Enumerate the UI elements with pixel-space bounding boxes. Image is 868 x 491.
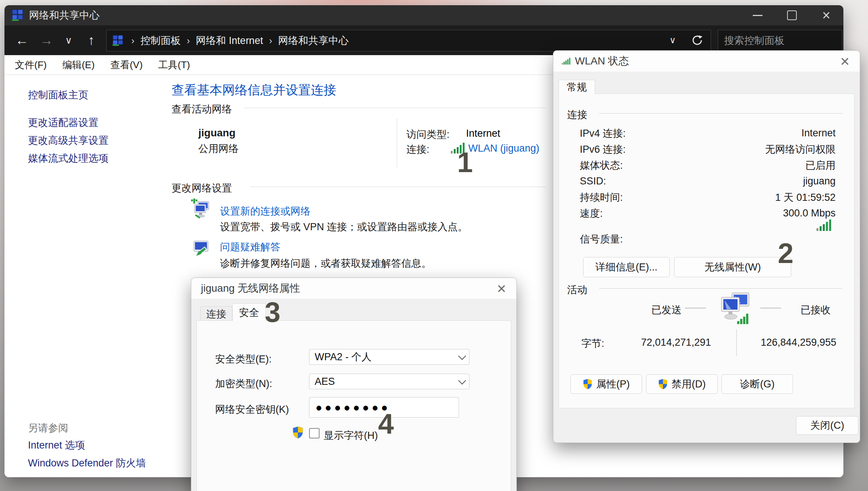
setup-new-connection-desc: 设置宽带、拨号或 VPN 连接；或设置路由器或接入点。 xyxy=(220,220,468,234)
new-connection-icon xyxy=(190,199,211,224)
close-button[interactable]: × xyxy=(809,5,843,25)
wlan-signal-mini-icon xyxy=(562,57,571,65)
encryption-type-value: AES xyxy=(315,376,335,387)
tab-general-label: 常规 xyxy=(567,80,587,94)
detail-value: Internet xyxy=(801,127,836,139)
tab-connection[interactable]: 连接 xyxy=(200,306,232,321)
properties-button-label: 属性(P) xyxy=(596,377,630,391)
menu-view[interactable]: 查看(V) xyxy=(110,58,143,72)
annotation-3: 3 xyxy=(265,298,280,326)
tab-security[interactable]: 安全 xyxy=(232,303,266,321)
signal-quality-bars-icon xyxy=(815,219,833,234)
props-dialog-title-bar: jiguang 无线网络属性 xyxy=(191,278,516,299)
change-settings-section-label: 更改网络设置 xyxy=(172,181,232,195)
annotation-2: 2 xyxy=(778,239,793,267)
active-network-type: 公用网络 xyxy=(198,142,239,155)
detail-label: IPv6 连接: xyxy=(580,143,626,156)
wlan-dialog-title-bar: WLAN 状态 xyxy=(553,51,860,72)
breadcrumb-network-icon xyxy=(112,35,124,47)
annotation-1: 1 xyxy=(457,148,473,177)
details-button-label: 详细信息(E)... xyxy=(595,260,658,274)
breadcrumb-control-panel[interactable]: 控制面板 xyxy=(141,34,181,47)
sidebar-item-control-panel-home[interactable]: 控制面板主页 xyxy=(28,88,88,102)
diagnose-button[interactable]: 诊断(G) xyxy=(721,374,793,394)
troubleshoot-icon xyxy=(192,240,210,262)
wlan-connection-link[interactable]: WLAN (jiguang) xyxy=(468,143,540,154)
bytes-sent-value: 72,014,271,291 xyxy=(619,337,711,348)
show-characters-label: 显示字符(H) xyxy=(324,429,378,442)
sidebar-item-media-streaming-options[interactable]: 媒体流式处理选项 xyxy=(28,152,108,165)
network-app-icon xyxy=(11,9,24,22)
disable-button[interactable]: 禁用(D) xyxy=(646,374,718,394)
connection-detail-rows: IPv4 连接:Internet IPv6 连接:无网络访问权限 媒体状态:已启… xyxy=(559,125,854,221)
back-button[interactable]: ← xyxy=(11,25,33,55)
minimize-icon xyxy=(753,15,762,16)
sidebar-item-windows-defender-firewall[interactable]: Windows Defender 防火墙 xyxy=(28,456,146,470)
menu-edit[interactable]: 编辑(E) xyxy=(62,58,95,72)
refresh-icon xyxy=(691,34,703,46)
security-type-label: 安全类型(E): xyxy=(215,352,272,366)
tab-general[interactable]: 常规 xyxy=(559,80,595,94)
detail-value: 300.0 Mbps xyxy=(783,208,836,219)
close-dialog-button-label: 关闭(C) xyxy=(810,419,844,432)
encryption-type-label: 加密类型(N): xyxy=(215,377,272,390)
desktop-background: 网络和共享中心 × ← → ∨ ↑ xyxy=(0,0,868,491)
general-tab-page: 连接 IPv4 连接:Internet IPv6 连接:无网络访问权限 媒体状态… xyxy=(559,94,855,408)
close-dialog-button[interactable]: 关闭(C) xyxy=(796,416,858,435)
divider xyxy=(397,119,397,167)
divider xyxy=(760,308,781,309)
detail-value: 已启用 xyxy=(805,159,836,172)
detail-value: 无网络访问权限 xyxy=(765,143,836,156)
maximize-icon xyxy=(787,10,797,20)
props-dialog-close-button[interactable]: × xyxy=(492,280,511,297)
wireless-network-properties-dialog: jiguang 无线网络属性 × 连接 安全 安全类型(E): WPA2 - 个… xyxy=(191,278,517,491)
history-chevron-button[interactable]: ∨ xyxy=(60,25,77,55)
sidebar-item-change-advanced-sharing[interactable]: 更改高级共享设置 xyxy=(28,134,108,147)
wlan-dialog-title: WLAN 状态 xyxy=(575,54,629,68)
active-networks-section-label: 查看活动网络 xyxy=(172,102,232,116)
search-input[interactable] xyxy=(718,35,843,47)
detail-row: IPv6 连接:无网络访问权限 xyxy=(559,141,854,157)
window-controls: × xyxy=(740,5,843,25)
minimize-button[interactable] xyxy=(740,5,775,25)
address-bar[interactable]: › 控制面板 › 网络和 Internet › 网络和共享中心 xyxy=(106,30,711,51)
menu-file[interactable]: 文件(F) xyxy=(15,58,47,72)
up-button[interactable]: ↑ xyxy=(81,25,102,55)
divider xyxy=(685,308,706,309)
wlan-dialog-close-button[interactable]: × xyxy=(835,53,855,70)
breadcrumb-separator: › xyxy=(269,35,272,47)
detail-value: jiguang xyxy=(803,175,836,187)
activity-section-label: 活动 xyxy=(567,283,587,297)
active-network-name: jiguang xyxy=(198,127,236,139)
uac-shield-icon xyxy=(583,378,592,390)
maximize-button[interactable] xyxy=(775,5,809,25)
security-type-dropdown[interactable]: WPA2 - 个人 xyxy=(309,349,469,365)
computer-activity-icon xyxy=(718,291,752,329)
security-tab-page: 安全类型(E): WPA2 - 个人 加密类型(N): AES 网络安全密钥(K… xyxy=(196,320,511,491)
troubleshoot-desc: 诊断并修复网络问题，或者获取疑难解答信息。 xyxy=(220,257,431,270)
encryption-type-dropdown[interactable]: AES xyxy=(309,374,469,389)
page-title: 查看基本网络信息并设置连接 xyxy=(172,82,336,99)
wireless-properties-button-label: 无线属性(W) xyxy=(704,260,761,274)
breadcrumb-network-internet[interactable]: 网络和 Internet xyxy=(196,34,263,47)
menu-tools[interactable]: 工具(T) xyxy=(158,58,190,72)
detail-value: 1 天 01:59:52 xyxy=(775,191,836,204)
detail-row: 媒体状态:已启用 xyxy=(559,157,854,173)
forward-button[interactable]: → xyxy=(36,25,57,55)
bytes-received-value: 126,844,259,955 xyxy=(745,337,836,348)
breadcrumb-network-sharing-center[interactable]: 网络和共享中心 xyxy=(278,34,349,47)
sidebar-item-internet-options[interactable]: Internet 选项 xyxy=(28,438,85,452)
diagnose-button-label: 诊断(G) xyxy=(740,377,775,391)
troubleshoot-link[interactable]: 问题疑难解答 xyxy=(220,240,280,254)
setup-new-connection-link[interactable]: 设置新的连接或网络 xyxy=(220,205,311,218)
tab-security-label: 安全 xyxy=(239,306,259,319)
props-dialog-title: jiguang 无线网络属性 xyxy=(201,281,300,295)
properties-button[interactable]: 属性(P) xyxy=(570,374,642,394)
close-icon: × xyxy=(822,8,830,22)
show-characters-checkbox[interactable] xyxy=(309,428,320,438)
details-button[interactable]: 详细信息(E)... xyxy=(583,257,670,277)
network-key-label: 网络安全密钥(K) xyxy=(215,403,289,416)
sidebar-item-change-adapter-settings[interactable]: 更改适配器设置 xyxy=(28,116,98,129)
detail-label: 媒体状态: xyxy=(580,159,623,172)
wireless-properties-button[interactable]: 无线属性(W) xyxy=(674,257,791,277)
